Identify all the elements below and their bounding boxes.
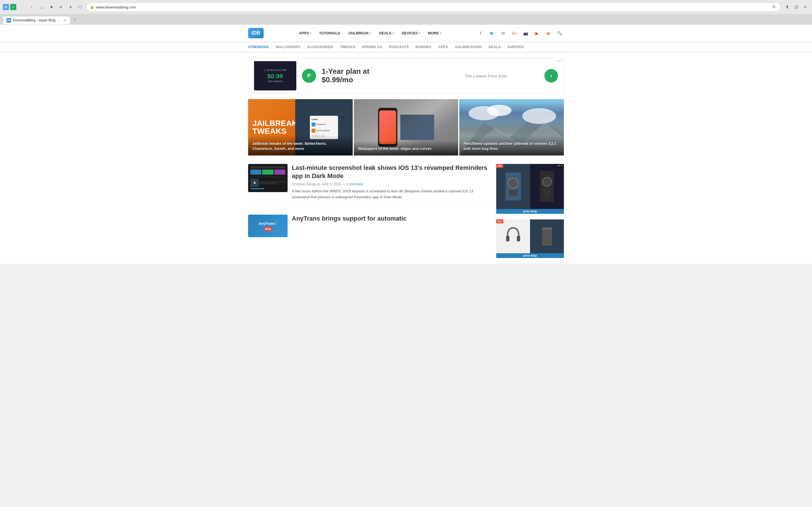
ad-close-label[interactable]: Ad ✕: [556, 59, 562, 62]
sidebar-price-drop-2: price drop: [496, 253, 564, 258]
nav-jailbreak[interactable]: JAILBREAK ▾: [344, 29, 375, 38]
article-item-2-partial: AnyTrans® NEW AnyTrans brings support fo…: [248, 215, 491, 237]
youtube-icon[interactable]: ▶: [533, 29, 541, 38]
trending-item-iphonexs[interactable]: iPHONE XS: [362, 45, 382, 49]
main-nav: APPS ▾ TUTORIALS JAILBREAK ▾ DEALS ▾ DEV…: [295, 29, 445, 38]
twitter-icon[interactable]: 🐦: [488, 29, 496, 38]
article-item-1: 📋 Last-minute screenshot leak shows iOS …: [248, 164, 491, 208]
trending-item-jailbreaking[interactable]: JAILBREAKING: [455, 45, 482, 49]
featured-card-mountain[interactable]: Pwn20wnd updates unc0ver jailbreak to ve…: [459, 99, 564, 156]
ad-price-label: $0.99: [262, 73, 288, 80]
article-date-1: on June 3, 2019: [317, 182, 341, 186]
article-title-1[interactable]: Last-minute screenshot leak shows iOS 13…: [292, 164, 491, 180]
nav-buttons: ‹ ›: [18, 3, 36, 11]
new-badge: NEW: [264, 227, 272, 231]
trending-item-deals[interactable]: DEALS: [489, 45, 501, 49]
ad-center-text: 1-Year plan at $0.99/mo: [322, 67, 427, 84]
nav-deals-arrow: ▾: [392, 32, 394, 35]
ad-tagline: The Lowest Price Ever: [433, 73, 539, 78]
forward-button[interactable]: ›: [28, 3, 36, 11]
home-button[interactable]: ⌂: [38, 3, 46, 11]
trending-bar: #TRENDING WALLPAPERS ACCESSORIES TWEAKS …: [237, 42, 575, 52]
facebook-icon[interactable]: f: [476, 29, 485, 38]
ad-vpn-logo: P: [302, 69, 316, 83]
card-title-mountain: Pwn20wnd updates unc0ver jailbreak to ve…: [463, 141, 560, 151]
article-sidebar: Hot Ad ✕: [496, 164, 564, 258]
ad-banner[interactable]: 1 YEAR PLAN FOR $0.99 PER MONTH P 1-Year…: [248, 58, 564, 94]
sidebar-ad-label-1: Ad ✕: [555, 164, 564, 167]
website-content: iDB APPS ▾ TUTORIALS JAILBREAK ▾ DEALS ▾: [0, 24, 812, 264]
card-overlay-jailbreak: Jailbreak tweaks of the week: BetterAler…: [248, 135, 353, 156]
trending-item-tweaks[interactable]: TWEAKS: [340, 45, 356, 49]
ad-cta-button[interactable]: ›: [545, 69, 558, 82]
article-content-1: Last-minute screenshot leak shows iOS 13…: [292, 164, 491, 200]
trending-item-wallpapers[interactable]: WALLPAPERS: [276, 45, 300, 49]
sidebar-ad-2[interactable]: Hot: [496, 219, 564, 258]
ext-icon-blue[interactable]: iD: [3, 4, 9, 10]
google-plus-icon[interactable]: G+: [510, 29, 519, 38]
jb-title-line1: JAILBREAK: [252, 119, 296, 127]
social-icons: f 🐦 ✉ G+ 📷 ▶ ◉ 🔍: [476, 29, 564, 38]
svg-rect-5: [506, 236, 509, 241]
svg-point-4: [522, 108, 556, 124]
new-tab-button[interactable]: +: [71, 16, 79, 22]
address-bar-input[interactable]: [96, 5, 769, 9]
nav-more[interactable]: MORE ▾: [424, 29, 445, 38]
article-content-2: AnyTrans brings support for automatic: [292, 215, 491, 237]
shield-button[interactable]: 🛡: [76, 3, 84, 11]
lock-icon: 🔒: [90, 5, 94, 9]
ext-icon-green[interactable]: ✓: [10, 4, 16, 10]
tab-title: iDownloadBlog – Apple Blog: iPhone • Wat…: [13, 18, 61, 22]
site-logo[interactable]: iDB: [248, 28, 264, 38]
trending-item-podcasts[interactable]: PODCASTS: [389, 45, 409, 49]
nav-tutorials[interactable]: TUTORIALS: [315, 29, 344, 38]
sidebar-hot-badge-2: Hot: [496, 219, 503, 223]
card-title-wallpapers: Wallpapers of the week: edges and curves: [358, 146, 454, 151]
address-bar-container: 🔒 ↻: [86, 2, 781, 12]
cydia-label: Cydia: [312, 117, 336, 121]
instagram-icon[interactable]: 📷: [522, 29, 530, 38]
active-tab[interactable]: iDB iDownloadBlog – Apple Blog: iPhone •…: [3, 16, 70, 24]
tab-favicon: iDB: [6, 18, 11, 22]
expand-button[interactable]: ⊡: [792, 3, 800, 11]
svg-point-3: [487, 105, 511, 116]
article-comments-1[interactable]: 1 comment: [346, 182, 363, 186]
article-thumb-1: 📋: [248, 164, 288, 192]
trending-item-rumors[interactable]: RUMORS: [416, 45, 432, 49]
tab-close-button[interactable]: ✕: [62, 18, 67, 22]
ad-per-label: PER MONTH: [262, 80, 288, 83]
featured-card-wallpapers[interactable]: Wallpapers of the week: edges and curves: [354, 99, 458, 156]
trending-item-airpods[interactable]: AIRPODS: [507, 45, 524, 49]
featured-grid: JAILBREAK TWEAKS Cydia Featured ›: [248, 99, 564, 156]
back-button[interactable]: ‹: [18, 3, 27, 11]
ad-left-panel: 1 YEAR PLAN FOR $0.99 PER MONTH: [254, 61, 296, 91]
article-title-2[interactable]: AnyTrans brings support for automatic: [292, 215, 491, 223]
anytrans-logo-text: AnyTrans®: [259, 221, 277, 226]
featured-card-jailbreak[interactable]: JAILBREAK TWEAKS Cydia Featured ›: [248, 99, 353, 156]
trending-item-trending[interactable]: #TRENDING: [248, 45, 269, 49]
rss-icon[interactable]: ◉: [544, 29, 553, 38]
article-meta-1: Christian Zibreg on June 3, 2019 — 1 com…: [292, 182, 491, 186]
search-icon[interactable]: 🔍: [555, 29, 564, 38]
share-button[interactable]: ⬆: [783, 3, 791, 11]
mail-icon[interactable]: ✉: [499, 29, 507, 38]
sidebar-ad-1[interactable]: Hot Ad ✕: [496, 164, 564, 214]
nav-deals[interactable]: DEALS ▾: [375, 29, 398, 38]
card-title-jailbreak: Jailbreak tweaks of the week: BetterAler…: [252, 141, 349, 151]
bookmark-button[interactable]: ★: [47, 3, 55, 11]
nav-more-arrow: ▾: [440, 32, 441, 35]
check-button[interactable]: ✔: [57, 3, 65, 11]
logo-box: iDB: [248, 28, 264, 38]
nav-apps[interactable]: APPS ▾: [295, 29, 315, 38]
reload-button[interactable]: ↻: [770, 4, 777, 10]
ad-plan-label: 1 YEAR PLAN FOR: [262, 69, 288, 71]
ext-icons-area: iD ✓: [3, 4, 16, 10]
amazon-button[interactable]: a: [66, 3, 74, 11]
browser-toolbar: iD ✓ ‹ › ⌂ ★ ✔ a 🛡 🔒 ↻ ⬆ ⊡ +: [0, 0, 812, 14]
site-nav: iDB APPS ▾ TUTORIALS JAILBREAK ▾ DEALS ▾: [237, 24, 575, 42]
add-tab-button[interactable]: +: [801, 3, 809, 11]
nav-devices[interactable]: DEVICES ▾: [398, 29, 424, 38]
browser-chrome: iD ✓ ‹ › ⌂ ★ ✔ a 🛡 🔒 ↻ ⬆ ⊡ + iDB iDownlo…: [0, 0, 812, 24]
trending-item-apps[interactable]: APPS: [438, 45, 448, 49]
trending-item-accessories[interactable]: ACCESSORIES: [307, 45, 333, 49]
